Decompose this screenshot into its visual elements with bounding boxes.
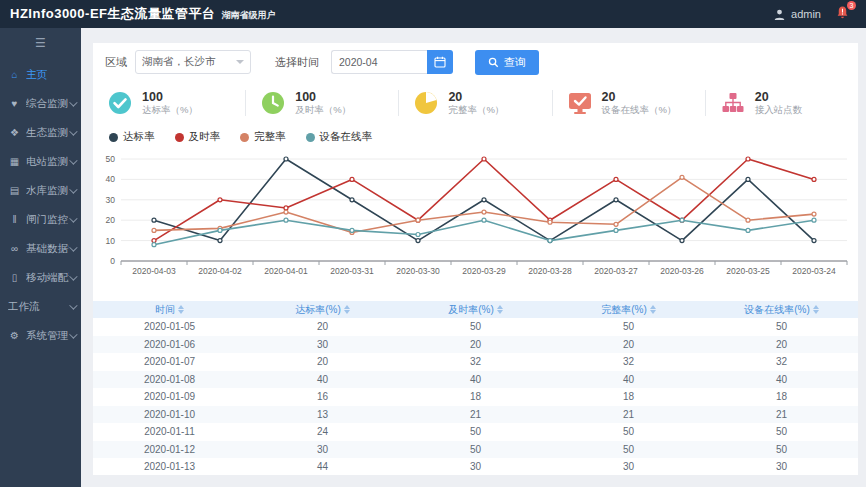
data-point [416, 218, 420, 222]
table-cell: 50 [705, 318, 858, 336]
sort-icon[interactable] [344, 305, 350, 314]
column-header-label: 完整率(%) [601, 304, 647, 315]
sort-icon[interactable] [650, 305, 656, 314]
sort-icon[interactable] [178, 305, 184, 314]
sidebar-item-home[interactable]: ⌂主页 [0, 60, 81, 89]
column-header-1[interactable]: 达标率(%) [246, 301, 399, 318]
top-header: HZInfo3000-EF生态流量监管平台 湖南省级用户 admin 3 [0, 0, 866, 28]
data-point [614, 228, 618, 232]
sidebar-item-label: 综合监测 [26, 97, 69, 111]
column-header-label: 设备在线率(%) [744, 304, 810, 315]
table-cell: 2020-01-10 [93, 406, 246, 424]
sort-icon[interactable] [497, 305, 503, 314]
search-button[interactable]: 查询 [475, 50, 539, 75]
reservoir-icon: ▤ [8, 185, 21, 196]
sidebar-item-comprehensive[interactable]: ♥综合监测 [0, 89, 81, 118]
alarm-bell-button[interactable]: 3 [835, 5, 850, 24]
table-cell: 21 [399, 406, 552, 424]
table-row[interactable]: 2020-01-0720323232 [93, 353, 858, 371]
sidebar-item-label: 水库监测 [26, 184, 69, 198]
data-point [614, 177, 618, 181]
region-select[interactable]: 湖南省，长沙市 [135, 50, 251, 74]
sidebar-item-label: 移动端配置 [26, 271, 69, 285]
app-title: HZInfo3000-EF生态流量监管平台 [10, 5, 216, 23]
sidebar-item-basic-data[interactable]: ∞基础数据管理 [0, 234, 81, 263]
table-cell: 50 [552, 423, 705, 441]
table-row[interactable]: 2020-01-0520505050 [93, 318, 858, 336]
column-header-label: 及时率(%) [448, 304, 494, 315]
user-menu[interactable]: admin [773, 8, 821, 21]
chevron-down-icon [69, 98, 77, 106]
data-point [548, 220, 552, 224]
table-row[interactable]: 2020-01-1124505050 [93, 423, 858, 441]
legend-item-1[interactable]: 及时率 [175, 130, 221, 144]
y-axis-tick-label: 0 [110, 256, 115, 266]
calendar-button[interactable] [427, 50, 453, 74]
hamburger-icon: ☰ [35, 36, 46, 50]
mobile-icon: ▯ [8, 272, 21, 283]
legend-label: 达标率 [123, 130, 155, 144]
y-axis-tick-label: 10 [106, 236, 116, 246]
sidebar-collapse-button[interactable]: ☰ [0, 28, 81, 60]
series-line-2 [154, 177, 814, 232]
column-header-3[interactable]: 完整率(%) [552, 301, 705, 318]
table-cell: 30 [399, 458, 552, 476]
column-header-4[interactable]: 设备在线率(%) [705, 301, 858, 318]
table-row[interactable]: 2020-01-1344303030 [93, 458, 858, 476]
gear-icon: ⚙ [8, 330, 21, 341]
table-cell: 21 [552, 406, 705, 424]
table-cell: 50 [705, 423, 858, 441]
data-point [614, 222, 618, 226]
legend-item-0[interactable]: 达标率 [109, 130, 155, 144]
data-point [812, 177, 816, 181]
sidebar-item-gate[interactable]: ‖闸门监控 [0, 205, 81, 234]
sidebar-item-mobile-config[interactable]: ▯移动端配置 [0, 263, 81, 292]
table-row[interactable]: 2020-01-0840404040 [93, 371, 858, 389]
y-axis-tick-label: 30 [106, 195, 116, 205]
legend-item-3[interactable]: 设备在线率 [306, 130, 373, 144]
sidebar-item-ecology[interactable]: ❖生态监测 [0, 118, 81, 147]
date-input[interactable] [331, 50, 427, 74]
kpi-card: 100达标率（%） [93, 90, 245, 116]
column-header-0[interactable]: 时间 [93, 301, 246, 318]
dashboard-card: 区域 湖南省，长沙市 选择时间 [93, 43, 858, 475]
sidebar-item-system-mgmt[interactable]: ⚙系统管理 [0, 321, 81, 350]
table-cell: 44 [246, 458, 399, 476]
column-header-2[interactable]: 及时率(%) [399, 301, 552, 318]
sort-icon[interactable] [813, 305, 819, 314]
y-axis-tick-label: 50 [106, 154, 116, 164]
sitemap-icon [720, 90, 746, 116]
legend-label: 设备在线率 [320, 130, 373, 144]
chevron-down-icon [236, 60, 244, 64]
data-point [152, 239, 156, 243]
sidebar-item-workflow[interactable]: 工作流 [0, 292, 81, 321]
clock-icon [260, 90, 286, 116]
daily-rate-table: 时间达标率(%)及时率(%)完整率(%)设备在线率(%) 2020-01-052… [93, 301, 858, 476]
table-cell: 20 [705, 336, 858, 354]
table-row[interactable]: 2020-01-1013212121 [93, 406, 858, 424]
table-row[interactable]: 2020-01-1230505050 [93, 441, 858, 459]
legend-item-2[interactable]: 完整率 [240, 130, 286, 144]
x-axis-tick-label: 2020-04-01 [264, 266, 308, 276]
table-row[interactable]: 2020-01-0916181818 [93, 388, 858, 406]
sidebar-item-power-station[interactable]: ▦电站监测 [0, 147, 81, 176]
table-cell: 2020-01-12 [93, 441, 246, 459]
check-circle-icon [107, 90, 133, 116]
x-axis-tick-label: 2020-04-02 [198, 266, 242, 276]
table-cell: 32 [705, 353, 858, 371]
kpi-label: 设备在线率（%） [602, 104, 677, 116]
data-point [350, 228, 354, 232]
table-cell: 20 [246, 353, 399, 371]
table-cell: 50 [552, 441, 705, 459]
table-head: 时间达标率(%)及时率(%)完整率(%)设备在线率(%) [93, 301, 858, 318]
table-cell: 18 [705, 388, 858, 406]
table-row[interactable]: 2020-01-0630202020 [93, 336, 858, 354]
table-cell: 20 [552, 336, 705, 354]
sidebar-item-reservoir[interactable]: ▤水库监测 [0, 176, 81, 205]
search-button-label: 查询 [504, 55, 526, 70]
data-point [218, 239, 222, 243]
flow-rate-line-chart[interactable]: 010203040502020-04-032020-04-022020-04-0… [97, 147, 854, 289]
data-point [746, 218, 750, 222]
kpi-card: 20接入站点数 [705, 90, 858, 116]
kpi-label: 完整率（%） [448, 104, 504, 116]
